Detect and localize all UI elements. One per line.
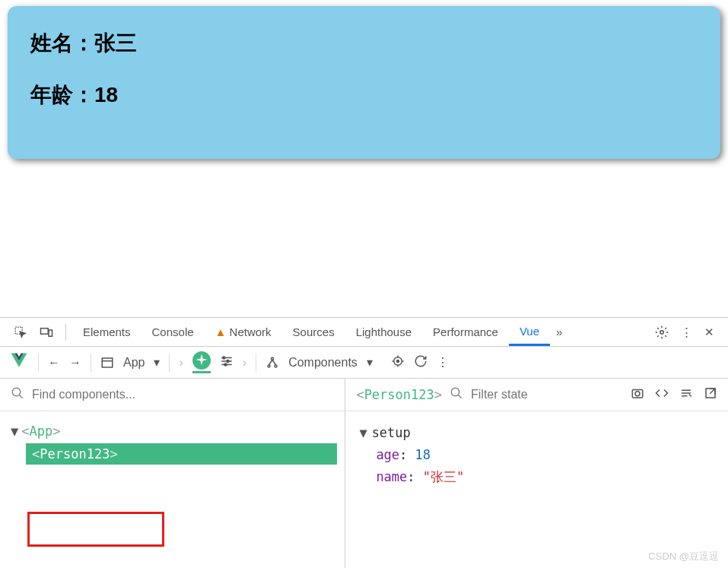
kebab-icon[interactable]: ⋮ xyxy=(675,322,698,342)
chevron-down-icon: ▾ xyxy=(367,355,373,370)
target-icon[interactable] xyxy=(391,354,405,371)
components-selector[interactable]: Components ▾ xyxy=(265,355,373,370)
more-icon[interactable]: ⋮ xyxy=(437,355,449,370)
state-prop-age[interactable]: age: 18 xyxy=(359,444,714,466)
svg-line-33 xyxy=(710,389,715,394)
svg-point-14 xyxy=(275,365,277,367)
svg-point-12 xyxy=(272,357,274,360)
settings-icon[interactable] xyxy=(649,322,675,342)
svg-point-18 xyxy=(396,360,399,362)
tab-lighthouse[interactable]: Lighthouse xyxy=(345,319,422,344)
svg-line-26 xyxy=(458,395,462,398)
tab-performance[interactable]: Performance xyxy=(422,319,509,344)
search-icon xyxy=(450,386,463,403)
svg-point-11 xyxy=(224,363,227,366)
search-input[interactable] xyxy=(32,388,334,401)
svg-line-15 xyxy=(269,360,273,365)
timeline-icon[interactable] xyxy=(220,354,234,371)
search-icon xyxy=(11,386,24,403)
svg-point-25 xyxy=(451,388,459,396)
nav-back-icon[interactable]: ← xyxy=(48,356,60,370)
tab-console[interactable]: Console xyxy=(141,319,205,344)
tab-vue[interactable]: Vue xyxy=(509,319,550,346)
svg-point-23 xyxy=(12,388,21,396)
selected-component: <Person123> xyxy=(356,387,442,402)
camera-icon[interactable] xyxy=(631,386,644,403)
vue-toolbar: ← → App ▾ › › Components ▾ xyxy=(0,347,728,379)
tab-elements[interactable]: Elements xyxy=(72,319,141,344)
state-section[interactable]: ▼setup xyxy=(359,422,714,444)
svg-rect-2 xyxy=(49,330,52,336)
svg-rect-4 xyxy=(102,358,113,367)
compass-icon[interactable] xyxy=(192,351,211,373)
svg-line-16 xyxy=(272,360,276,365)
svg-rect-1 xyxy=(41,328,49,334)
highlight-box xyxy=(27,512,164,547)
popout-icon[interactable] xyxy=(704,386,717,403)
watermark: CSDN @豆逗逗 xyxy=(648,550,719,563)
devtools-panel: Elements Console ▲ Network Sources Light… xyxy=(0,317,728,568)
refresh-icon[interactable] xyxy=(414,354,428,371)
age-row: 年龄：18 xyxy=(30,81,698,109)
svg-point-28 xyxy=(635,392,640,396)
devtools-tabs: Elements Console ▲ Network Sources Light… xyxy=(0,318,728,347)
tab-network[interactable]: ▲ Network xyxy=(205,319,282,344)
warning-icon: ▲ xyxy=(215,325,230,338)
inspect-dom-icon[interactable] xyxy=(679,386,693,403)
filter-input[interactable] xyxy=(471,388,623,401)
more-tabs-icon[interactable]: » xyxy=(550,322,568,341)
person-card: 姓名：张三 年龄：18 xyxy=(8,6,720,159)
tab-sources[interactable]: Sources xyxy=(282,319,345,344)
tree-item-person123[interactable]: <Person123> xyxy=(26,443,337,465)
state-prop-name[interactable]: name: "张三" xyxy=(359,466,714,488)
inspect-icon[interactable] xyxy=(8,322,33,342)
vue-logo-icon xyxy=(9,351,29,374)
chevron-down-icon: ▾ xyxy=(154,355,160,370)
code-icon[interactable] xyxy=(655,386,669,403)
svg-point-13 xyxy=(268,365,270,367)
close-icon[interactable]: ✕ xyxy=(698,322,720,342)
svg-point-9 xyxy=(223,357,225,359)
tree-root-app[interactable]: ▼<App> xyxy=(8,422,337,440)
svg-point-10 xyxy=(227,360,229,362)
svg-line-24 xyxy=(19,395,23,398)
state-inspector-panel: <Person123> ▼setup age: 18 name: "张三" xyxy=(345,379,728,568)
nav-forward-icon[interactable]: → xyxy=(69,356,81,370)
device-icon[interactable] xyxy=(33,322,59,342)
components-tree-panel: ▼<App> <Person123> xyxy=(0,379,345,568)
app-selector[interactable]: App ▾ xyxy=(100,355,160,370)
svg-point-3 xyxy=(660,330,664,334)
name-row: 姓名：张三 xyxy=(30,29,698,58)
